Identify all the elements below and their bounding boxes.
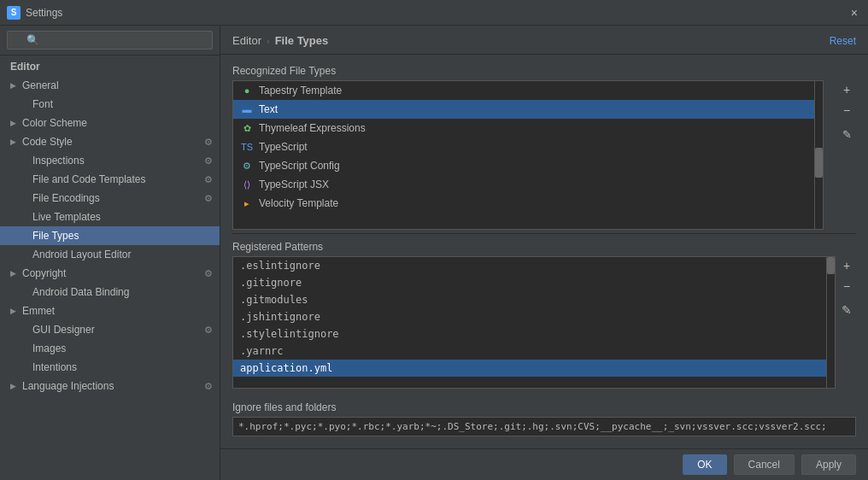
reset-button[interactable]: Reset (830, 35, 856, 47)
pattern-yarnrc: .yarnrc (240, 345, 284, 357)
sidebar-label-file-types: File Types (32, 230, 79, 242)
expand-arrow-lang-injections: ▶ (10, 382, 19, 390)
sidebar-item-intentions[interactable]: Intentions (0, 358, 220, 377)
list-item[interactable]: .gitmodules (233, 291, 826, 308)
file-type-typescript-jsx: TypeScript JSX (259, 179, 329, 190)
thymeleaf-icon: ✿ (240, 121, 254, 135)
typescript-config-icon: ⚙ (240, 159, 254, 173)
sidebar-label-file-code-templates: File and Code Templates (32, 173, 146, 185)
list-item[interactable]: ⟨⟩ TypeScript JSX (233, 175, 814, 194)
add-file-type-button[interactable]: + (837, 80, 856, 99)
gear-icon-code-style: ⚙ (204, 137, 213, 148)
breadcrumb-arrow: › (267, 36, 270, 46)
bottom-bar: OK Cancel Apply (220, 448, 868, 480)
list-item[interactable]: ✿ Thymeleaf Expressions (233, 119, 814, 138)
sidebar-label-android-layout-editor: Android Layout Editor (32, 249, 131, 260)
close-button[interactable]: × (847, 4, 861, 21)
file-type-thymeleaf: Thymeleaf Expressions (259, 122, 366, 134)
velocity-icon: ▸ (240, 196, 254, 210)
pattern-gitmodules: .gitmodules (240, 294, 308, 306)
main-container: 🔍 Editor ▶ General Font (0, 26, 868, 480)
registered-patterns-label: Registered Patterns (220, 237, 868, 256)
gear-icon-language-injections: ⚙ (204, 381, 213, 392)
gear-icon-file-encodings: ⚙ (204, 193, 213, 204)
sidebar-item-images[interactable]: Images (0, 339, 220, 358)
list-item[interactable]: .gitignore (233, 274, 826, 291)
apply-button[interactable]: Apply (801, 454, 856, 475)
title-bar-left: S Settings (7, 6, 62, 20)
list-item[interactable]: .stylelintignore (233, 325, 826, 342)
list-item[interactable]: TS TypeScript (233, 138, 814, 156)
list-item[interactable]: .jshintignore (233, 308, 826, 325)
sidebar-item-language-injections[interactable]: ▶ Language Injections ⚙ (0, 377, 220, 395)
list-item[interactable]: ▬ Text (233, 100, 814, 119)
sidebar-label-code-style: Code Style (22, 136, 73, 148)
window-title: Settings (26, 7, 62, 19)
sidebar-label-font: Font (32, 98, 53, 110)
typescript-jsx-icon: ⟨⟩ (240, 178, 254, 191)
sidebar-item-android-data-binding[interactable]: Android Data Binding (0, 283, 220, 301)
sidebar-item-code-style[interactable]: ▶ Code Style ⚙ (0, 132, 220, 151)
sidebar-item-color-scheme[interactable]: ▶ Color Scheme (0, 114, 220, 132)
sidebar-item-general[interactable]: ▶ General (0, 76, 220, 95)
sidebar-label-copyright: Copyright (22, 267, 66, 279)
tapestry-icon: ● (240, 84, 254, 97)
title-bar: S Settings × (0, 0, 868, 26)
sidebar-label-emmet: Emmet (22, 305, 55, 317)
list-item[interactable]: application.yml (233, 360, 826, 377)
remove-pattern-button[interactable]: − (837, 277, 856, 296)
file-type-tapestry: Tapestry Template (259, 85, 342, 97)
pattern-eslintignore: .eslintignore (240, 260, 320, 272)
editor-section-label: Editor (0, 56, 220, 76)
list-item[interactable]: ▸ Velocity Template (233, 194, 814, 213)
add-pattern-button[interactable]: + (837, 256, 856, 275)
breadcrumb: Editor › File Types (232, 34, 328, 47)
breadcrumb-current: File Types (275, 34, 329, 47)
expand-arrow-color-scheme: ▶ (10, 119, 19, 127)
sidebar: 🔍 Editor ▶ General Font (0, 26, 220, 480)
remove-file-type-button[interactable]: − (837, 101, 856, 120)
cancel-button[interactable]: Cancel (734, 454, 795, 475)
ignore-label: Ignore files and folders (232, 401, 856, 413)
gear-icon-inspections: ⚙ (204, 155, 213, 167)
sidebar-item-copyright[interactable]: ▶ Copyright ⚙ (0, 264, 220, 283)
list-item[interactable]: ⚙ TypeScript Config (233, 156, 814, 175)
file-type-typescript: TypeScript (259, 141, 308, 153)
file-types-container: ● Tapestry Template ▬ Text ✿ Thymeleaf E… (220, 80, 868, 230)
expand-arrow-copyright: ▶ (10, 269, 19, 278)
sidebar-item-font[interactable]: Font (0, 95, 220, 114)
list-item[interactable]: ● Tapestry Template (233, 81, 814, 100)
sidebar-label-inspections: Inspections (32, 155, 85, 167)
file-list[interactable]: ● Tapestry Template ▬ Text ✿ Thymeleaf E… (232, 80, 815, 230)
search-wrapper: 🔍 (7, 31, 213, 50)
ok-button[interactable]: OK (683, 454, 726, 475)
patterns-list[interactable]: .eslintignore .gitignore .gitmodules .js… (232, 256, 827, 389)
list-item[interactable]: .yarnrc (233, 342, 826, 360)
sidebar-label-color-scheme: Color Scheme (22, 117, 87, 129)
sidebar-item-gui-designer[interactable]: GUI Designer ⚙ (0, 320, 220, 339)
app-icon: S (7, 6, 21, 20)
sidebar-item-file-code-templates[interactable]: File and Code Templates ⚙ (0, 170, 220, 189)
ignore-section: Ignore files and folders (220, 396, 868, 442)
sidebar-label-language-injections: Language Injections (22, 380, 114, 392)
sidebar-label-general: General (22, 79, 59, 91)
sidebar-item-inspections[interactable]: Inspections ⚙ (0, 151, 220, 170)
sidebar-item-emmet[interactable]: ▶ Emmet (0, 301, 220, 320)
sidebar-item-file-types[interactable]: File Types (0, 226, 220, 245)
sidebar-label-live-templates: Live Templates (32, 211, 101, 223)
sidebar-item-file-encodings[interactable]: File Encodings ⚙ (0, 189, 220, 208)
sidebar-item-live-templates[interactable]: Live Templates (0, 208, 220, 226)
gear-icon-copyright: ⚙ (204, 268, 213, 279)
edit-file-type-button[interactable]: ✎ (837, 125, 856, 143)
pattern-jshintignore: .jshintignore (240, 311, 320, 323)
file-list-actions: + − ✎ (836, 80, 868, 230)
file-type-velocity: Velocity Template (259, 197, 338, 209)
patterns-actions: + − ✎ (836, 256, 868, 396)
search-input[interactable] (7, 31, 213, 50)
pattern-gitignore: .gitignore (240, 277, 302, 289)
list-item[interactable]: .eslintignore (233, 257, 826, 274)
edit-pattern-button[interactable]: ✎ (837, 301, 856, 319)
sidebar-item-android-layout-editor[interactable]: Android Layout Editor (0, 245, 220, 264)
expand-arrow-code-style: ▶ (10, 138, 19, 146)
ignore-input[interactable] (232, 417, 856, 436)
